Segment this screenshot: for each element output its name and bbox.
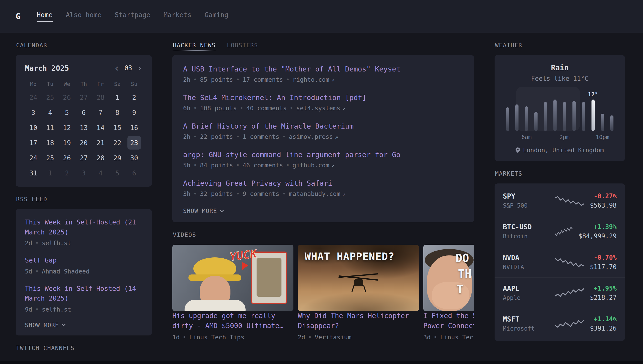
nav-tab[interactable]: Also home [66, 11, 102, 22]
calendar-day[interactable]: 24 [26, 151, 40, 165]
calendar-day[interactable]: 4 [43, 106, 57, 119]
news-show-more-button[interactable]: SHOW MORE [183, 208, 463, 214]
dot-separator: • [240, 105, 243, 112]
calendar-day[interactable]: 6 [77, 106, 91, 119]
calendar-day[interactable]: 19 [60, 136, 74, 150]
calendar-day[interactable]: 3 [26, 106, 40, 119]
calendar-day[interactable]: 1 [111, 90, 124, 104]
calendar-day[interactable]: 11 [43, 121, 57, 134]
news-item-domain[interactable]: matanabudy.com [289, 190, 340, 197]
calendar-day[interactable]: 7 [94, 106, 107, 119]
news-item: Achieving Great Privacy with Safari 3h•3… [183, 179, 463, 197]
video-title[interactable]: His upgrade got me really dirty - AMD $5… [172, 311, 293, 331]
calendar-day[interactable]: 1 [43, 166, 57, 180]
calendar-day[interactable]: 17 [26, 136, 40, 150]
calendar-day[interactable]: 8 [111, 106, 124, 119]
calendar-day[interactable]: 4 [94, 166, 107, 180]
weather-hour-bar[interactable] [532, 90, 540, 131]
app-logo[interactable]: G [16, 12, 21, 21]
news-item-link[interactable]: Achieving Great Privacy with Safari [183, 179, 463, 187]
weather-hour-bar[interactable] [503, 90, 512, 131]
calendar-day[interactable]: 16 [128, 121, 141, 134]
calendar-day[interactable]: 15 [111, 121, 124, 134]
calendar-day[interactable]: 2 [60, 166, 74, 180]
weather-hour-bar[interactable]: 10pm [598, 90, 607, 131]
nav-tab[interactable]: Markets [164, 11, 191, 22]
calendar-day[interactable]: 26 [60, 151, 74, 165]
calendar-day[interactable]: 26 [60, 90, 74, 104]
video-thumbnail[interactable]: DO TH T [423, 245, 474, 311]
market-row[interactable]: BTC-USD Bitcoin +1.39% $84,999.29 [495, 216, 625, 247]
calendar-day[interactable]: 20 [77, 136, 91, 150]
video-thumbnail[interactable]: YUCK [172, 245, 293, 311]
market-row[interactable]: AAPL Apple +1.95% $218.27 [495, 278, 625, 308]
news-item-link[interactable]: argp: GNU-style command line argument pa… [183, 150, 463, 159]
middle-column: HACKER NEWSLOBSTERS A USB Interface to t… [172, 33, 474, 341]
news-item-domain[interactable]: sel4.systems [296, 105, 340, 112]
weather-hour-bar[interactable] [579, 90, 587, 131]
calendar-day[interactable]: 28 [94, 151, 107, 165]
market-change: +1.14% [590, 316, 617, 323]
video-title[interactable]: Why Did The Mars Helicopter Disappear? [298, 311, 419, 331]
video-thumbnail[interactable]: WHAT HAPPENED? [298, 245, 419, 311]
calendar-day[interactable]: 23 [128, 136, 141, 150]
market-row[interactable]: SPY S&P 500 -0.27% $563.98 [495, 186, 625, 216]
rss-item-link[interactable]: This Week in Self-Hosted (14 March 2025) [25, 284, 143, 304]
news-item-domain[interactable]: asimov.press [289, 133, 333, 140]
calendar-day[interactable]: 18 [43, 136, 57, 150]
calendar-day[interactable]: 24 [26, 90, 40, 104]
news-item-link[interactable]: A Brief History of the Miracle Bacterium [183, 122, 463, 130]
calendar-day[interactable]: 21 [94, 136, 107, 150]
calendar-day[interactable]: 9 [128, 106, 141, 119]
calendar-day[interactable]: 5 [111, 166, 124, 180]
weather-hour-bar[interactable] [570, 90, 578, 131]
calendar-day[interactable]: 25 [43, 90, 57, 104]
news-item-domain[interactable]: righto.com [292, 76, 329, 83]
calendar-day[interactable]: 27 [77, 90, 91, 104]
calendar-day[interactable]: 14 [94, 121, 107, 134]
weather-hour-bar[interactable] [541, 90, 550, 131]
calendar-day[interactable]: 27 [77, 151, 91, 165]
calendar-widget: March 2025 ‹ 03 › MoTuWeThFrSaSu 2425262… [16, 55, 152, 187]
news-item-domain[interactable]: github.com [292, 162, 329, 169]
calendar-day[interactable]: 3 [77, 166, 91, 180]
weather-hour-bar[interactable]: 12° [589, 90, 597, 131]
weather-hour-bar[interactable] [608, 90, 616, 131]
weekday-label: Tu [42, 81, 59, 87]
temperature-bar [563, 102, 566, 131]
calendar-day[interactable]: 6 [128, 166, 141, 180]
calendar-day[interactable]: 5 [60, 106, 74, 119]
rss-item-meta: 2d•selfh.st [25, 240, 143, 247]
news-tab[interactable]: LOBSTERS [227, 42, 258, 49]
dot-separator: • [282, 190, 286, 197]
market-row[interactable]: NVDA NVIDIA -0.70% $117.70 [495, 247, 625, 278]
rss-feed-widget: This Week in Self-Hosted (21 March 2025)… [16, 209, 152, 336]
calendar-day[interactable]: 12 [60, 121, 74, 134]
nav-tab[interactable]: Startpage [115, 11, 150, 22]
weather-hour-bar[interactable] [551, 90, 559, 131]
next-month-icon[interactable]: › [137, 64, 143, 73]
market-row[interactable]: MSFT Microsoft +1.14% $391.26 [495, 308, 625, 339]
calendar-day[interactable]: 30 [128, 151, 141, 165]
news-tab[interactable]: HACKER NEWS [173, 42, 216, 49]
calendar-day[interactable]: 10 [26, 121, 40, 134]
weather-hour-bar[interactable]: 2pm [560, 90, 568, 131]
rss-show-more-button[interactable]: SHOW MORE [25, 322, 143, 328]
calendar-day[interactable]: 31 [26, 166, 40, 180]
calendar-day[interactable]: 22 [111, 136, 124, 150]
calendar-day[interactable]: 28 [94, 90, 107, 104]
calendar-day[interactable]: 2 [128, 90, 141, 104]
calendar-day[interactable]: 25 [43, 151, 57, 165]
nav-tab[interactable]: Gaming [205, 11, 229, 22]
calendar-day[interactable]: 13 [77, 121, 91, 134]
news-item-link[interactable]: The SeL4 Microkernel: An Introduction [p… [183, 94, 463, 102]
calendar-day[interactable]: 29 [111, 151, 124, 165]
weather-hour-bar[interactable] [513, 90, 521, 131]
video-title[interactable]: I Fixed the 5090 Power Connector… [423, 311, 474, 331]
weather-hour-bar[interactable]: 6am [522, 90, 531, 131]
news-item-link[interactable]: A USB Interface to the "Mother of All De… [183, 65, 463, 73]
prev-month-icon[interactable]: ‹ [114, 64, 120, 73]
nav-tab[interactable]: Home [37, 11, 53, 22]
rss-item-link[interactable]: This Week in Self-Hosted (21 March 2025) [25, 218, 143, 237]
rss-item-link[interactable]: Self Gap [25, 256, 143, 266]
